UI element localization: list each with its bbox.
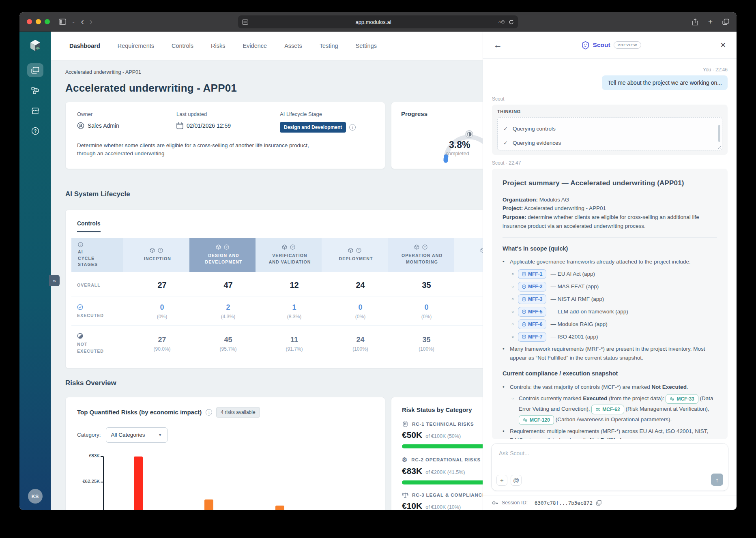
question-icon: ? xyxy=(290,244,295,250)
attach-button[interactable]: + xyxy=(496,475,507,486)
overall-value: 47 xyxy=(195,281,261,290)
tab-requirements[interactable]: Requirements xyxy=(118,43,154,49)
minimize-window-button[interactable] xyxy=(36,19,41,24)
framework-item: ○MFF-3— NIST AI RMF (app) xyxy=(511,294,717,304)
thinking-log[interactable]: ✓ ✓Querying controls ✓Querying evidences… xyxy=(497,117,722,150)
last-updated-label: Last updated xyxy=(176,111,280,117)
copy-icon[interactable] xyxy=(596,500,601,506)
stage-label: AI Lifecycle Stage xyxy=(280,111,356,117)
scout-header: ← Scout PREVIEW ✕ xyxy=(483,32,737,59)
not-executed-pct: (95.7%) xyxy=(195,346,261,352)
category-label: Category: xyxy=(77,432,101,438)
framework-chip[interactable]: MFF-5 xyxy=(518,307,546,317)
lifecycle-stage-banner: ? AI CYCLE STAGES ? xyxy=(71,238,483,272)
framework-item: ○MFF-1— EU AI Act (app) xyxy=(511,269,717,279)
tab-assets[interactable]: Assets xyxy=(284,43,302,49)
framework-chip[interactable]: MFF-2 xyxy=(518,282,546,292)
summary-title: Project summary — Accelerated underwriti… xyxy=(503,178,717,189)
owner-label: Owner xyxy=(77,111,176,117)
executed-pct: (0%) xyxy=(327,314,393,319)
executed-label: EXECUTED xyxy=(71,304,129,319)
tab-controls[interactable]: Controls xyxy=(172,43,193,49)
top-navigation: Dashboard Requirements Controls Risks Ev… xyxy=(51,32,483,60)
scrollbar-thumb[interactable] xyxy=(718,125,720,142)
resize-handle-icon[interactable] xyxy=(717,145,721,149)
back-button[interactable]: ‹ xyxy=(81,17,84,26)
modulos-logo[interactable] xyxy=(19,32,51,59)
not-executed-value: 27 xyxy=(129,336,195,344)
shield-icon xyxy=(522,334,526,339)
translate-icon[interactable]: A xyxy=(498,19,505,24)
reload-icon[interactable] xyxy=(509,19,514,25)
thinking-step: ✓Querying evidences xyxy=(503,137,716,148)
shield-icon xyxy=(522,297,526,302)
stage-operation-monitoring: ? OPERATION AND MONITORING xyxy=(388,238,454,272)
sidebar-item-projects[interactable] xyxy=(27,63,43,77)
back-icon[interactable]: ← xyxy=(494,40,502,50)
svg-text:?: ? xyxy=(226,246,227,249)
not-executed-value: 45 xyxy=(195,336,261,344)
zoom-window-button[interactable] xyxy=(45,19,50,24)
cube-icon xyxy=(150,248,155,253)
control-chip[interactable]: MCF-120 xyxy=(519,415,554,425)
tab-dashboard[interactable]: Dashboard xyxy=(69,43,100,49)
not-executed-pct: (91.7%) xyxy=(261,346,327,352)
thinking-step: ✓Querying controls xyxy=(503,123,716,134)
framework-chip[interactable]: MFF-6 xyxy=(518,319,546,329)
info-icon[interactable]: i xyxy=(206,409,212,416)
not-executed-pct: (100%) xyxy=(393,346,460,352)
new-tab-button[interactable]: + xyxy=(708,18,713,26)
summary-project: Project: Accelerated underwriting - APP0… xyxy=(503,204,717,213)
forward-button[interactable]: › xyxy=(90,17,92,26)
share-icon[interactable] xyxy=(692,18,698,26)
user-avatar[interactable]: KS xyxy=(28,489,43,504)
risk-category-label: RC-1 TECHNICAL RISKS xyxy=(412,422,474,427)
close-window-button[interactable] xyxy=(27,19,32,24)
tab-testing[interactable]: Testing xyxy=(320,43,338,49)
svg-text:?: ? xyxy=(79,243,81,246)
framework-desc: — MAS FEAT (app) xyxy=(550,282,599,291)
risks-available-badge: 4 risks available xyxy=(216,407,260,418)
framework-item: ○MFF-5— LLM add-on framework (app) xyxy=(511,307,717,317)
overall-value: 27 xyxy=(129,281,195,290)
reader-icon[interactable] xyxy=(242,19,248,25)
question-icon: ? xyxy=(224,244,229,250)
category-select[interactable]: All Categories ▼ xyxy=(106,427,168,443)
sidebar-item-hierarchy[interactable] xyxy=(27,84,43,97)
sidebar-expand-button[interactable]: » xyxy=(49,275,60,286)
control-chip[interactable]: MCF-33 xyxy=(666,394,698,404)
sidebar-toggle-icon[interactable] xyxy=(59,19,66,25)
tab-evidence[interactable]: Evidence xyxy=(243,43,267,49)
info-icon[interactable]: i xyxy=(349,124,356,131)
breadcrumb: Accelerated underwriting - APP01 xyxy=(65,69,483,75)
not-executed-value: 35 xyxy=(393,336,460,344)
control-chip[interactable]: MCF-62 xyxy=(591,405,624,414)
list-item: ○Controls currently marked Executed (fro… xyxy=(511,393,717,425)
gear-icon: ⚙ xyxy=(402,456,408,463)
question-icon: ? xyxy=(422,244,427,250)
scout-input[interactable] xyxy=(492,444,728,469)
controls-tab[interactable]: Controls xyxy=(77,220,101,232)
address-bar[interactable]: app.modulos.ai A xyxy=(238,15,518,28)
user-message-bubble: Tell me about the project we are working… xyxy=(602,75,728,90)
sidebar-item-help[interactable]: ? xyxy=(27,124,43,138)
cube-icon xyxy=(480,248,483,253)
summary-org: Organization: Modulos AG xyxy=(503,195,717,204)
tab-settings[interactable]: Settings xyxy=(356,43,377,49)
tab-risks[interactable]: Risks xyxy=(211,43,225,49)
mention-button[interactable]: @ xyxy=(511,475,522,486)
framework-chip[interactable]: MFF-7 xyxy=(518,332,546,342)
send-button[interactable]: ↑ xyxy=(711,474,723,486)
framework-chip[interactable]: MFF-3 xyxy=(518,294,546,304)
sidebar-item-marketplace[interactable] xyxy=(27,104,43,118)
tab-overview-icon[interactable] xyxy=(722,19,729,25)
not-executed-value: 24 xyxy=(327,336,393,344)
scope-title: What's in scope (quick) xyxy=(503,244,717,253)
thinking-card: THINKING ✓ ✓Querying controls ✓Querying … xyxy=(492,105,728,155)
framework-chip[interactable]: MFF-1 xyxy=(518,269,546,279)
overall-value: 6 xyxy=(460,281,483,290)
thinking-title: THINKING xyxy=(497,109,722,114)
chevron-down-icon[interactable]: ⌄ xyxy=(72,19,75,24)
not-executed-value: 11 xyxy=(261,336,327,344)
close-icon[interactable]: ✕ xyxy=(720,41,726,49)
